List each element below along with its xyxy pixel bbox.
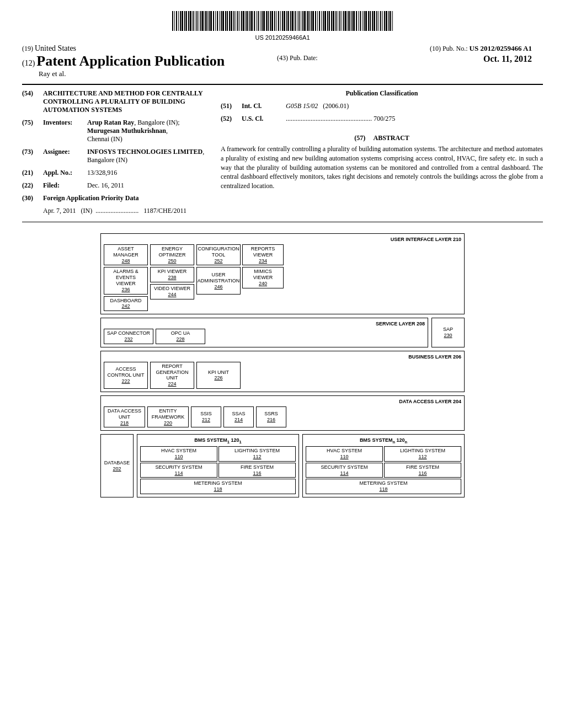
sap-external-box: SAP 230 (431, 318, 465, 347)
bmsn-lighting-label: LIGHTING SYSTEM (400, 448, 445, 454)
abstract-title: (57) ABSTRACT (221, 134, 543, 142)
user-admin-box: USER ADMINISTRATION 246 (196, 267, 241, 295)
patent-type-line: (12) Patent Application Publication (22, 53, 277, 69)
energy-optimizer-num: 250 (168, 258, 176, 264)
pub-date-label: (43) Pub. Date: (277, 54, 318, 64)
kpi-viewer-num: 238 (168, 275, 176, 281)
sap-connector-label: SAP CONNECTOR (107, 330, 150, 336)
title-number: (54) (22, 89, 43, 114)
alarms-events-box: ALARMS & EVENTS VIEWER 236 (104, 267, 148, 294)
mimics-viewer-label: MIMICS VIEWER (245, 269, 281, 281)
int-cl-value: G05B 15/02 (2006.01) (286, 102, 543, 110)
sap-label: SAP (443, 326, 453, 333)
filed-value: Dec. 16, 2011 (87, 181, 210, 190)
ui-right-top: CONFIGURATION TOOL 252 USER ADMINISTRATI… (196, 244, 461, 295)
reports-viewer-box: REPORTS VIEWER 234 (242, 244, 284, 265)
title-content: ARCHITECTURE AND METHOD FOR CENTRALLY CO… (43, 89, 210, 114)
video-viewer-num: 244 (168, 292, 176, 298)
config-tool-box: CONFIGURATION TOOL 252 (196, 244, 241, 265)
left-column: (54) ARCHITECTURE AND METHOD FOR CENTRAL… (22, 89, 210, 220)
bmsn-hvac: HVAC SYSTEM110 (306, 446, 383, 462)
ssas-box: SSAS 214 (223, 406, 254, 427)
report-gen-box: REPORT GENERATION UNIT 224 (150, 362, 194, 389)
report-gen-label: REPORT GENERATION UNIT (153, 363, 191, 381)
reports-viewer-label: REPORTS VIEWER (245, 246, 281, 258)
int-cl-year: (2006.01) (323, 102, 349, 110)
config-tool-num: 252 (214, 258, 222, 264)
patent-title: Patent Application Publication (36, 53, 225, 69)
us-cl-section: (52) U.S. Cl. ..........................… (221, 115, 543, 123)
header-right: (10) Pub. No.: US 2012/0259466 A1 (43) P… (277, 44, 543, 64)
pub-number-value: US 2012/0259466 A1 (470, 44, 532, 52)
abstract-heading: ABSTRACT (373, 134, 409, 142)
dashboard-box: DASHBOARD 242 (104, 296, 148, 312)
dashboard-label: DASHBOARD (110, 298, 141, 304)
config-admin-col: CONFIGURATION TOOL 252 USER ADMINISTRATI… (196, 244, 241, 295)
bms-system-n: BMS SYSTEMn 120n HVAC SYSTEM110 LIGHTING… (302, 434, 465, 497)
inventors-label: Inventors: (43, 119, 87, 143)
ui-layer-container: USER INTERFACE LAYER 210 ASSET MANAGER 2… (100, 233, 465, 314)
bmsn-metering-label: METERING SYSTEM (359, 480, 407, 486)
dashboard-num: 242 (121, 303, 130, 309)
opc-ua-box: OPC UA 228 (156, 329, 205, 344)
business-layer-container: BUSINESS LAYER 206 ACCESS CONTROL UNIT 2… (100, 351, 465, 392)
int-cl-section: (51) Int. Cl. G05B 15/02 (2006.01) (221, 102, 543, 110)
header-left: (19) United States (12) Patent Applicati… (22, 44, 277, 78)
reports-viewer-num: 234 (259, 258, 267, 264)
ssrs-box: SSRS 216 (256, 406, 286, 427)
bms1-title: BMS SYSTEM1 1201 (140, 437, 296, 445)
bms1-lighting-num: 112 (253, 454, 261, 460)
inventors-number: (75) (22, 119, 43, 143)
header-section: (19) United States (12) Patent Applicati… (22, 44, 543, 78)
bms1-metering-num: 118 (214, 486, 222, 493)
opc-ua-label: OPC UA (171, 330, 190, 336)
asset-manager-label: ASSET MANAGER (106, 246, 145, 258)
bmsn-hvac-label: HVAC SYSTEM (327, 448, 362, 454)
sap-num: 230 (444, 333, 452, 339)
barcode-number: US 20120259466A1 (22, 34, 543, 41)
classification-section: Publication Classification (221, 89, 543, 98)
foreign-label: Foreign Application Priority Data (43, 194, 210, 202)
business-layer-boxes: ACCESS CONTROL UNIT 222 REPORT GENERATIO… (104, 362, 461, 389)
data-access-unit-num: 218 (120, 420, 129, 426)
country-name: United States (35, 44, 76, 52)
kpi-unit-label: KPI UNIT (208, 370, 229, 376)
bmsn-metering: METERING SYSTEM118 (306, 479, 461, 494)
assignee-label: Assignee: (43, 148, 87, 164)
ssrs-label: SSRS (264, 411, 278, 417)
config-tool-label: CONFIGURATION TOOL (198, 246, 239, 258)
mimics-viewer-box: MIMICS VIEWER 240 (242, 267, 284, 288)
diagram-section: USER INTERFACE LAYER 210 ASSET MANAGER 2… (22, 233, 543, 497)
video-viewer-label: VIDEO VIEWER (154, 286, 190, 292)
bms1-metering: METERING SYSTEM118 (140, 479, 296, 494)
bms1-hvac: HVAC SYSTEM110 (140, 446, 217, 462)
business-layer-title: BUSINESS LAYER 206 (104, 354, 461, 360)
user-admin-num: 246 (214, 284, 222, 290)
access-control-num: 222 (121, 378, 130, 384)
appl-label: Appl. No.: (43, 169, 87, 177)
main-content: (54) ARCHITECTURE AND METHOD FOR CENTRAL… (22, 89, 543, 220)
foreign-entries: Apr. 7, 2011 (IN) ......................… (43, 207, 210, 215)
bmsn-metering-num: 118 (379, 486, 387, 493)
inventors-section: (75) Inventors: Arup Ratan Ray, Bangalor… (22, 119, 210, 143)
user-admin-label: USER ADMINISTRATION (198, 272, 239, 284)
bms1-fire-label: FIRE SYSTEM (241, 464, 274, 470)
pub-date-value: Oct. 11, 2012 (483, 54, 532, 64)
us-cl-label: U.S. Cl. (242, 115, 286, 123)
bmsn-hvac-num: 110 (340, 454, 348, 460)
assignee-number: (73) (22, 148, 43, 164)
int-cl-label: Int. Cl. (242, 102, 286, 110)
kpi-unit-num: 226 (214, 375, 222, 381)
database-num: 202 (113, 466, 121, 472)
alarms-events-label: ALARMS & EVENTS VIEWER (106, 269, 145, 286)
appl-value: 13/328,916 (87, 169, 210, 177)
assignee-content: INFOSYS TECHNOLOGIES LIMITED, Bangalore … (87, 148, 210, 164)
bms1-hvac-label: HVAC SYSTEM (161, 448, 196, 454)
us-cl-number: (52) (221, 115, 242, 123)
video-viewer-box: VIDEO VIEWER 244 (150, 284, 194, 299)
content-divider (22, 222, 543, 222)
energy-optimizer-label: ENERGY OPTIMIZER (153, 246, 191, 258)
ui-mid-boxes: ENERGY OPTIMIZER 250 KPI VIEWER 238 VIDE… (150, 244, 194, 299)
title-section: (54) ARCHITECTURE AND METHOD FOR CENTRAL… (22, 89, 210, 114)
assignee-section: (73) Assignee: INFOSYS TECHNOLOGIES LIMI… (22, 148, 210, 164)
